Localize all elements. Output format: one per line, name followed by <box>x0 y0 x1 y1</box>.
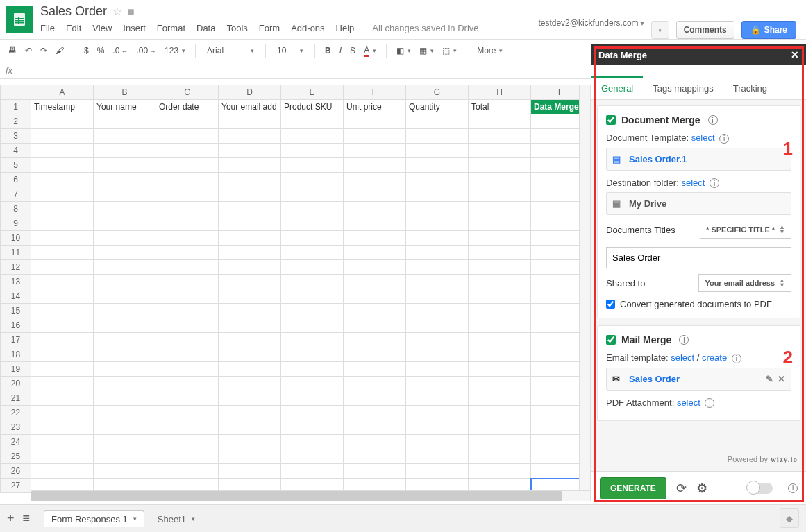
cell[interactable] <box>406 275 469 289</box>
cell[interactable] <box>469 420 531 435</box>
cell[interactable] <box>94 275 156 289</box>
user-account[interactable]: testdev2@kickfunders.com▾ <box>538 18 644 28</box>
cell[interactable] <box>281 173 344 187</box>
cell[interactable] <box>94 333 156 347</box>
cell[interactable] <box>94 304 156 318</box>
font-family-select[interactable]: Arial▾ <box>203 44 258 57</box>
cell[interactable] <box>406 231 469 246</box>
cell[interactable] <box>31 318 94 333</box>
cell[interactable] <box>406 144 469 158</box>
menu-tools[interactable]: Tools <box>226 23 247 33</box>
cell[interactable] <box>281 318 344 333</box>
cell[interactable] <box>281 187 344 202</box>
cell[interactable] <box>156 362 219 377</box>
cell[interactable] <box>344 144 406 158</box>
cell[interactable] <box>469 216 531 231</box>
cell[interactable] <box>31 158 94 173</box>
cell[interactable] <box>406 347 469 362</box>
cell[interactable] <box>219 231 281 246</box>
cell[interactable] <box>469 158 531 173</box>
cell[interactable] <box>281 435 344 449</box>
explore-button[interactable]: ◆ <box>780 508 799 528</box>
cell[interactable] <box>469 377 531 391</box>
row-header[interactable]: 1 <box>1 100 31 114</box>
refresh-icon[interactable]: ⟳ <box>676 481 687 496</box>
cell[interactable] <box>94 260 156 275</box>
cell[interactable] <box>156 464 219 479</box>
cell[interactable] <box>344 420 406 435</box>
cell[interactable] <box>344 377 406 391</box>
cell[interactable] <box>156 275 219 289</box>
cell[interactable] <box>344 275 406 289</box>
cell[interactable] <box>219 377 281 391</box>
edit-icon[interactable]: ✎ <box>766 374 773 384</box>
cell[interactable] <box>344 435 406 449</box>
cell[interactable] <box>281 289 344 304</box>
cell[interactable] <box>469 362 531 377</box>
cell[interactable] <box>156 391 219 406</box>
cell[interactable] <box>31 449 94 464</box>
cell[interactable] <box>344 449 406 464</box>
cell[interactable] <box>469 144 531 158</box>
cell[interactable] <box>344 187 406 202</box>
cell[interactable] <box>156 289 219 304</box>
cell[interactable] <box>344 464 406 479</box>
fill-color-button[interactable]: ◧▾ <box>394 44 414 57</box>
doc-title-input[interactable] <box>606 247 791 268</box>
menu-data[interactable]: Data <box>196 23 215 33</box>
template-chip[interactable]: ▤ Sales Order.1 <box>606 148 791 171</box>
cell[interactable] <box>281 275 344 289</box>
cell[interactable] <box>219 347 281 362</box>
cell[interactable] <box>344 173 406 187</box>
cell[interactable] <box>156 144 219 158</box>
cell[interactable] <box>406 377 469 391</box>
menu-form[interactable]: Form <box>259 23 280 33</box>
cell[interactable] <box>406 406 469 420</box>
row-header[interactable]: 17 <box>1 333 31 347</box>
generate-button[interactable]: GENERATE <box>600 477 666 499</box>
cell[interactable] <box>406 362 469 377</box>
print-icon[interactable]: 🖶 <box>6 44 19 57</box>
more-toolbar[interactable]: More▾ <box>474 44 505 57</box>
cell[interactable] <box>469 449 531 464</box>
cell[interactable] <box>156 173 219 187</box>
info-icon[interactable]: i <box>732 354 741 363</box>
cell[interactable] <box>94 173 156 187</box>
row-header[interactable]: 19 <box>1 362 31 377</box>
cell[interactable] <box>156 216 219 231</box>
mail-merge-checkbox[interactable] <box>606 335 616 345</box>
cell[interactable] <box>344 362 406 377</box>
cell[interactable] <box>281 144 344 158</box>
cell[interactable] <box>94 289 156 304</box>
cell[interactable] <box>344 158 406 173</box>
row-header[interactable]: 10 <box>1 231 31 246</box>
format-currency[interactable]: $ <box>81 44 92 57</box>
document-merge-checkbox[interactable] <box>606 115 616 125</box>
comments-button[interactable]: Comments <box>676 21 734 39</box>
cell[interactable] <box>219 202 281 216</box>
paint-format-icon[interactable]: 🖌 <box>53 44 67 57</box>
cell[interactable]: Total <box>469 100 531 114</box>
row-header[interactable]: 7 <box>1 187 31 202</box>
cell[interactable] <box>281 406 344 420</box>
cell[interactable] <box>156 333 219 347</box>
cell[interactable] <box>219 158 281 173</box>
cell[interactable] <box>219 318 281 333</box>
cell[interactable] <box>469 318 531 333</box>
cell[interactable] <box>156 449 219 464</box>
cell[interactable] <box>406 304 469 318</box>
remove-icon[interactable]: ✕ <box>778 374 785 384</box>
tab-tags-mappings[interactable]: Tags mappings <box>643 78 723 99</box>
cell[interactable] <box>344 114 406 129</box>
cell[interactable] <box>469 129 531 144</box>
italic-button[interactable]: I <box>337 44 344 57</box>
destination-select-link[interactable]: select <box>681 178 705 188</box>
cell[interactable]: Quantity <box>406 100 469 114</box>
cell[interactable] <box>469 173 531 187</box>
cell[interactable]: Timestamp <box>31 100 94 114</box>
cell[interactable] <box>94 391 156 406</box>
cell[interactable] <box>31 347 94 362</box>
cell[interactable] <box>219 420 281 435</box>
cell[interactable] <box>344 231 406 246</box>
borders-button[interactable]: ▦▾ <box>417 44 437 57</box>
